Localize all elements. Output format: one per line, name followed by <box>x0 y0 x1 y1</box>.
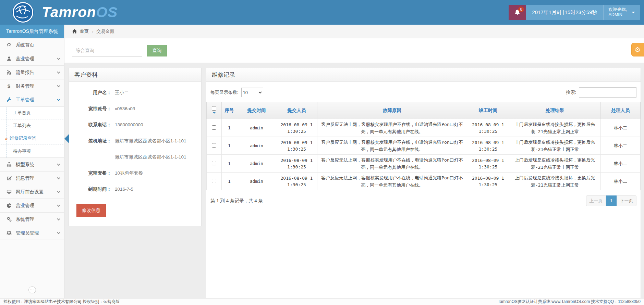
select-all-checkbox[interactable] <box>212 106 216 111</box>
users-icon <box>5 230 12 236</box>
col-header-submitter[interactable]: 提交人员 <box>276 102 317 119</box>
sidebar-item-system-mgmt[interactable]: 系统管理 <box>0 213 64 226</box>
sidebar-item-label: 系统首页 <box>16 42 34 48</box>
chevron-down-icon <box>57 162 60 166</box>
chevron-down-icon <box>57 231 60 234</box>
active-menu-pointer-icon <box>64 134 69 143</box>
sidebar-item-traffic-report[interactable]: 流量报告 <box>0 66 64 79</box>
notifications-button[interactable]: 8 <box>509 5 526 20</box>
top-header: TamronOS 8 2017年1月9日15时23分59秒 欢迎光临, ADMI… <box>0 0 644 25</box>
col-header-submit-time[interactable]: 提交时间 <box>237 102 276 119</box>
sidebar-item-business-mgmt[interactable]: 营业管理 <box>0 52 64 66</box>
edit-info-button[interactable]: 修改信息 <box>76 204 106 217</box>
sidebar-item-workorder-mgmt[interactable]: 工单管理 <box>0 93 64 107</box>
pagination-prev-button[interactable]: 上一页 <box>586 195 606 206</box>
sidebar-item-label: 工单列表 <box>13 123 31 129</box>
query-button[interactable]: 查询 <box>147 45 167 56</box>
footer-product-text: TamronOS腾龙认证计费系统 www.TamronOS.com 技术支持QQ… <box>498 299 641 305</box>
sidebar-collapse-button[interactable]: ⋯ <box>28 287 36 293</box>
settings-gear-button[interactable]: ⚙ <box>631 43 644 56</box>
sidebar-item-todo[interactable]: 待办事项 <box>0 145 64 157</box>
records-info-text: 第 1 到 4 条记录，共 4 条 <box>210 198 263 204</box>
gauge-icon <box>5 42 12 48</box>
customer-field-expiry: 到期时间： 2016-7-5 <box>74 186 196 193</box>
col-header-handler[interactable]: 处理人员 <box>601 102 641 119</box>
double-arrow-icon: » <box>5 136 8 141</box>
global-search-input[interactable] <box>72 45 142 56</box>
chevron-down-icon <box>57 203 60 207</box>
home-icon <box>72 29 77 34</box>
sidebar-item-label: 消息管理 <box>16 175 34 181</box>
row-checkbox[interactable] <box>212 161 216 165</box>
table-footer: 第 1 到 4 条记录，共 4 条 上一页 1 下一页 <box>206 190 641 211</box>
wrench-icon <box>5 97 12 102</box>
table-header-row: 序号 提交时间 提交人员 故障原因 竣工时间 处理结果 处理人员 <box>207 102 641 119</box>
sidebar-item-business-mgmt-2[interactable]: 营业管理 <box>0 199 64 213</box>
welcome-text: 欢迎光临, <box>609 7 627 12</box>
table-row: 1 admin 2016-08-09 11:30:25 客户反应无法上网，客服核… <box>207 119 641 137</box>
sidebar-item-label: 流量报告 <box>16 69 34 76</box>
footer: 授权使用：潍坊家园驿站电子技术有限公司 授权级别：运营商版 TamronOS腾龙… <box>0 298 644 305</box>
notification-badge: 8 <box>518 7 524 12</box>
row-checkbox[interactable] <box>212 143 216 148</box>
customer-info-panel: 客户资料 用户名： 王小二 宽带账号： x0536a03 联系电话： 13800 <box>69 68 202 226</box>
table-row: 1 admin 2016-08-09 11:30:25 客户反应无法上网，客服核… <box>207 155 641 173</box>
select-all-header[interactable] <box>207 102 222 119</box>
col-header-fault[interactable]: 故障原因 <box>317 102 467 119</box>
records-panel-title: 维修记录 <box>206 68 641 82</box>
logo-text-secondary: OS <box>96 4 118 20</box>
chevron-down-icon <box>57 98 60 101</box>
customer-field-account: 宽带账号： x0536a03 <box>74 105 196 112</box>
sidebar-item-message-mgmt[interactable]: 消息管理 <box>0 171 64 185</box>
sidebar-item-workorder-list[interactable]: 工单列表 <box>0 119 64 132</box>
sidebar-item-admin-mgmt[interactable]: 管理员管理 <box>0 226 64 240</box>
customer-panel-title: 客户资料 <box>69 68 201 82</box>
sitemap-icon <box>5 162 12 167</box>
sidebar-item-label: 工单首页 <box>13 110 31 116</box>
sidebar-item-finance-mgmt[interactable]: $ 财务管理 <box>0 79 64 93</box>
col-header-finish-time[interactable]: 竣工时间 <box>467 102 509 119</box>
breadcrumb: 首页 › 交易金额 <box>64 25 644 38</box>
row-checkbox[interactable] <box>212 125 216 130</box>
sidebar-item-workorder-home[interactable]: 工单首页 <box>0 107 64 119</box>
edit-icon <box>5 176 12 181</box>
app-logo-text: TamronOS <box>42 5 118 20</box>
chevron-down-icon <box>57 84 60 87</box>
username: ADMIN <box>609 12 627 17</box>
customer-field-address-line2: 潍坊市潍城区西城名都小区1-1-101 <box>74 154 196 161</box>
user-menu-label: 欢迎光临, ADMIN <box>609 7 627 17</box>
sidebar-item-system-home[interactable]: 系统首页 <box>0 38 64 52</box>
breadcrumb-home-link[interactable]: 首页 <box>80 28 89 35</box>
customer-field-address: 装机地址： 潍坊市潍城区西城名都小区1-1-101 <box>74 138 196 144</box>
sidebar-item-model-system[interactable]: 模型系统 <box>0 158 64 171</box>
col-header-num[interactable]: 序号 <box>222 102 237 119</box>
tree-branch-icon <box>7 113 10 113</box>
workorder-submenu: 工单首页 工单列表 » 维修记录查询 待办事项 <box>0 107 64 158</box>
sidebar: TamronOS后台管理系统 系统首页 营业管理 流量报告 $ 财务管理 <box>0 25 64 298</box>
customer-field-package: 宽带套餐： 10兆包年套餐 <box>74 170 196 177</box>
sidebar-item-label: 系统管理 <box>16 216 34 223</box>
row-checkbox[interactable] <box>212 179 216 183</box>
sort-caret-icon <box>213 112 216 115</box>
repair-records-table: 序号 提交时间 提交人员 故障原因 竣工时间 处理结果 处理人员 <box>206 102 641 190</box>
table-search-label: 搜索: <box>566 89 576 96</box>
user-icon <box>5 56 12 61</box>
chevron-down-icon <box>57 217 60 220</box>
sidebar-item-portal-settings[interactable]: 网厅前台设置 <box>0 185 64 199</box>
rss-icon <box>5 70 12 75</box>
sidebar-item-label: 营业管理 <box>16 203 34 209</box>
sidebar-item-repair-record-query[interactable]: » 维修记录查询 <box>0 132 64 145</box>
chevron-down-icon <box>57 176 60 179</box>
user-menu[interactable]: 欢迎光临, ADMIN <box>604 5 640 20</box>
customer-field-phone: 联系电话： 13800000000 <box>74 122 196 128</box>
pagination-page-1-button[interactable]: 1 <box>606 195 617 206</box>
table-search: 搜索: <box>566 87 636 98</box>
chevron-down-icon <box>57 190 60 193</box>
chevron-down-icon <box>57 70 60 74</box>
table-search-input[interactable] <box>579 87 636 98</box>
page-size-select[interactable]: 10 <box>241 88 263 97</box>
col-header-result[interactable]: 处理结果 <box>509 102 601 119</box>
repair-records-panel: 维修记录 每页显示条数: 10 搜索: <box>206 68 641 298</box>
pagination-next-button[interactable]: 下一页 <box>617 195 636 206</box>
topbar-right-group: 8 2017年1月9日15时23分59秒 欢迎光临, ADMIN <box>509 5 640 20</box>
